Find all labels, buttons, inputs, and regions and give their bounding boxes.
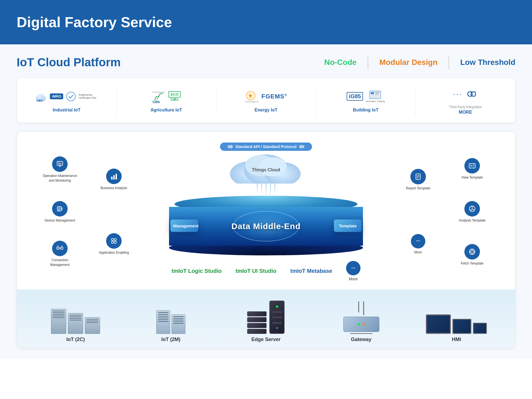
platform-header: IoT Cloud Platform No-Code Modular Desig… bbox=[17, 55, 515, 69]
svg-text:弘智耘: 弘智耘 bbox=[152, 101, 160, 103]
more-dot-label: More bbox=[349, 277, 358, 281]
svg-point-38 bbox=[114, 238, 116, 241]
ui-studio-label: tmIoT UI Studio bbox=[236, 268, 277, 274]
gateway-visual bbox=[334, 298, 389, 334]
svg-point-53 bbox=[470, 165, 472, 167]
hw-gateway: Gateway bbox=[334, 298, 389, 342]
device-item: Device Management bbox=[34, 201, 86, 223]
fetch-label: Fetch Template bbox=[461, 261, 484, 266]
api-label-wrap: Standard API / Standard Protocol bbox=[220, 143, 312, 151]
iot2c-label: IoT (2C) bbox=[66, 337, 85, 342]
device-icon bbox=[52, 201, 68, 217]
category-more[interactable]: ··· Third Party Integration MORE bbox=[416, 83, 515, 118]
svg-rect-26 bbox=[57, 247, 59, 249]
svg-rect-35 bbox=[116, 174, 117, 179]
arch-top: Operation Maintenanceand Monitoring bbox=[17, 131, 515, 289]
svg-point-5 bbox=[66, 92, 75, 101]
agriculture-label: Agriculture IoT bbox=[150, 108, 182, 113]
iot2c-visual bbox=[48, 298, 103, 334]
metabase-label: tmIoT Metabase bbox=[290, 268, 332, 274]
page-title: Digital Factory Service bbox=[17, 14, 172, 31]
report-icon bbox=[410, 169, 426, 184]
energy-label: Energy IoT bbox=[255, 108, 278, 113]
engineering-verify-icon bbox=[66, 92, 76, 101]
category-industrial[interactable]: 弘图云 iMRO Engineering Verification Test I… bbox=[17, 85, 117, 115]
management-card: Management bbox=[170, 219, 198, 232]
management-float-card: Management bbox=[170, 219, 198, 232]
category-agriculture[interactable]: 弘智耘 tmCropCloud ECO 弘燃云 Agriculture IoT bbox=[117, 85, 216, 115]
building-label: Building IoT bbox=[353, 108, 378, 113]
monitor-icon bbox=[52, 156, 68, 172]
svg-rect-13 bbox=[375, 94, 378, 95]
svg-rect-33 bbox=[111, 177, 112, 179]
operation-label: Operation Maintenanceand Monitoring bbox=[43, 174, 77, 183]
platform-badges: No-Code Modular Design Low Threshold bbox=[324, 55, 515, 69]
more-label: MORE bbox=[459, 110, 472, 115]
connection-item: Connection Management bbox=[34, 241, 86, 267]
svg-rect-52 bbox=[469, 164, 475, 168]
fgems-icon: FGEMS® bbox=[261, 93, 287, 100]
iot2m-visual bbox=[143, 298, 198, 334]
imro-icon: iMRO bbox=[50, 93, 63, 99]
left-icons-col: Operation Maintenanceand Monitoring bbox=[34, 140, 86, 284]
hw-edge: Edge Server bbox=[238, 298, 294, 342]
report-label: Report Template bbox=[406, 186, 430, 191]
business-label: Business Analysis bbox=[101, 186, 127, 190]
svg-point-29 bbox=[57, 245, 58, 246]
view-icon bbox=[464, 158, 480, 174]
svg-point-60 bbox=[471, 250, 474, 253]
svg-rect-25 bbox=[62, 207, 63, 210]
tmenergy-icon: tmEnergyCloud bbox=[245, 90, 259, 103]
analysis-icon bbox=[464, 201, 480, 217]
svg-rect-54 bbox=[473, 165, 474, 166]
edge-label: Edge Server bbox=[251, 337, 280, 342]
logic-studio-label: tmIoT Logic Studio bbox=[172, 268, 222, 274]
main-content: IoT Cloud Platform No-Code Modular Desig… bbox=[0, 44, 532, 359]
device-label: Device Management bbox=[45, 218, 75, 223]
svg-marker-41 bbox=[228, 144, 233, 149]
analysis-label: Analysis Template bbox=[459, 218, 486, 223]
industrial-label: Industrial IoT bbox=[53, 108, 80, 113]
svg-rect-18 bbox=[60, 163, 61, 164]
things-cloud-label: Things Cloud bbox=[252, 167, 280, 172]
industrial-icons: 弘图云 iMRO Engineering Verification Test bbox=[35, 88, 98, 105]
more-btn-item: ··· More bbox=[411, 234, 425, 255]
simulation-icon: Simulation Training bbox=[366, 90, 385, 103]
main-center-col: Standard API / Standard Protocol bbox=[142, 140, 390, 284]
business-item: Business Analysis bbox=[101, 169, 127, 190]
svg-text:tmCropCloud: tmCropCloud bbox=[152, 91, 165, 93]
more-circle-btn[interactable]: ··· bbox=[411, 234, 425, 248]
more-dots-icon: ··· bbox=[453, 90, 463, 98]
svg-rect-12 bbox=[375, 92, 380, 93]
things-cloud-wrap: Things Cloud bbox=[224, 153, 308, 185]
view-item: View Template bbox=[446, 158, 498, 180]
more-dot-btn[interactable]: ··· bbox=[346, 261, 360, 275]
category-building[interactable]: iG85 Simulation Training bbox=[316, 85, 416, 115]
fetch-item: Fetch Template bbox=[446, 244, 498, 266]
view-label: View Template bbox=[461, 175, 483, 180]
template-card: Template bbox=[334, 219, 362, 232]
third-party-text: Third Party Integration bbox=[449, 105, 482, 109]
svg-point-31 bbox=[61, 245, 62, 246]
divider-1 bbox=[368, 55, 368, 69]
near-left-col: Business Analysis Application Enabling bbox=[86, 140, 142, 284]
more-dot-wrap: ··· More bbox=[346, 261, 360, 281]
platform-title: IoT Cloud Platform bbox=[17, 56, 324, 69]
right-icons-col: View Template Analysis Template bbox=[446, 140, 498, 284]
analysis-item: Analysis Template bbox=[446, 201, 498, 223]
svg-point-47 bbox=[259, 157, 287, 177]
operation-item: Operation Maintenanceand Monitoring bbox=[34, 156, 86, 183]
report-item: Report Template bbox=[406, 169, 430, 191]
connection-icon bbox=[52, 241, 68, 256]
svg-rect-22 bbox=[58, 207, 60, 209]
hardware-section: IoT (2C) bbox=[17, 289, 515, 348]
platform-disk-container: Management Template bbox=[169, 196, 363, 255]
svg-rect-14 bbox=[371, 95, 380, 96]
arch-inner-flex: Operation Maintenanceand Monitoring bbox=[34, 140, 498, 284]
api-banner: Standard API / Standard Protocol bbox=[220, 143, 312, 151]
iot-categories-bar: 弘图云 iMRO Engineering Verification Test I… bbox=[17, 78, 515, 123]
connection-label: Connection Management bbox=[42, 258, 78, 267]
svg-rect-34 bbox=[113, 175, 115, 179]
igbs-icon: iG85 bbox=[347, 92, 363, 101]
category-energy[interactable]: tmEnergyCloud FGEMS® Energy IoT bbox=[216, 85, 316, 115]
